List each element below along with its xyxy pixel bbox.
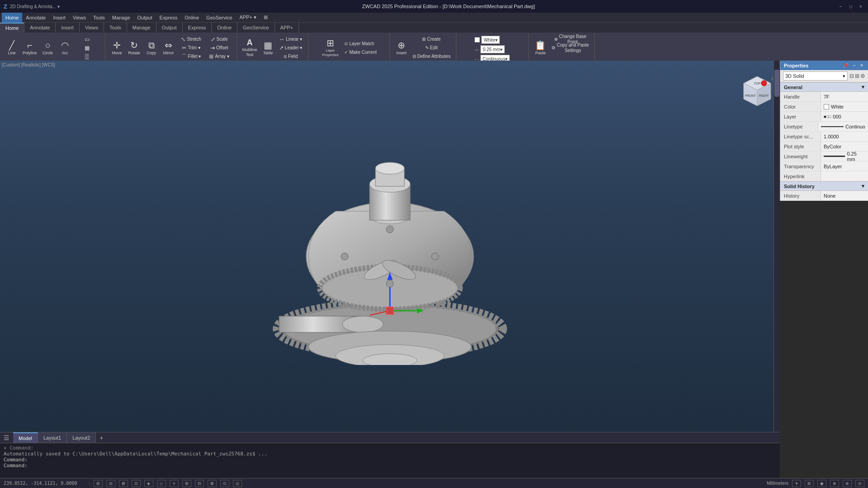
multiline-text-button[interactable]: A MultilineText [241, 35, 259, 61]
lineweight-dropdown[interactable]: 0.25 mm ▾ [480, 45, 505, 53]
paste-button[interactable]: 📋 Paste [532, 35, 549, 61]
tab-output[interactable]: Output [157, 23, 183, 33]
general-section-header[interactable]: General ▾ [780, 82, 868, 92]
properties-close-button[interactable]: × [859, 62, 864, 68]
layer-properties-button[interactable]: ⊞ LayerProperties [319, 35, 342, 61]
create-block-button[interactable]: ⊞ Create [411, 35, 452, 43]
status-button-5[interactable]: ⊗ [843, 480, 852, 487]
close-button[interactable]: × [857, 3, 864, 10]
gradient-button[interactable]: ▒ [74, 52, 101, 61]
trim-button[interactable]: ✂ Trim ▾ [178, 44, 205, 52]
viewport-tab-menu[interactable]: ☰ [0, 434, 13, 441]
table-button[interactable]: ▦ Table [260, 35, 276, 61]
fillet-button[interactable]: ⌒ Fillet ▾ [178, 52, 205, 61]
handle-label: Handle [780, 92, 821, 101]
linear-button[interactable]: ↔ Linear ▾ [277, 35, 304, 43]
tab-express[interactable]: Express [183, 23, 212, 33]
status-button-4[interactable]: ⊕ [830, 480, 839, 487]
viewport-scrollbar-v[interactable] [773, 61, 780, 443]
props-action-3[interactable]: ⚙ [860, 73, 865, 79]
copy-paste-settings-button[interactable]: ⚙ Copy and PasteSettings [550, 44, 591, 52]
move-button[interactable]: ✛ Move [109, 35, 125, 61]
menu-home[interactable]: Home [2, 13, 22, 23]
circle-button[interactable]: ○ Circle [40, 35, 56, 61]
am-button[interactable]: ⊡ [220, 480, 229, 487]
menu-app[interactable]: APP+ ▾ [236, 13, 261, 23]
define-attributes-button[interactable]: ⊟ Define Attributes [411, 52, 452, 61]
scale-button[interactable]: ⤢ Scale [206, 35, 233, 43]
menu-output[interactable]: Output [134, 13, 156, 23]
tab-online[interactable]: Online [212, 23, 237, 33]
object-type-dropdown[interactable]: 3D Solid ▾ [783, 71, 848, 81]
lweight-button[interactable]: ≡ [170, 480, 179, 487]
layer-icons-row1: ⊙ Layer Match [342, 40, 379, 48]
menu-geoservice[interactable]: GeoService [203, 13, 236, 23]
scrollbar-thumb-v[interactable] [774, 70, 779, 97]
leader-button[interactable]: ↗ Leader ▾ [277, 44, 304, 52]
tmode-button[interactable]: ⊞ [182, 480, 191, 487]
define-attributes-icon: ⊟ [413, 54, 416, 59]
line-button[interactable]: ╱ Line [4, 35, 20, 61]
sel-button[interactable]: ◎ [233, 480, 242, 487]
maximize-button[interactable]: □ [847, 3, 854, 10]
menu-online[interactable]: Online [181, 13, 203, 23]
copy-button[interactable]: ⧉ Copy [143, 35, 160, 61]
menu-manage[interactable]: Manage [109, 13, 134, 23]
qp-button[interactable]: ⊟ [195, 480, 204, 487]
props-action-2[interactable]: ⊞ [855, 73, 859, 79]
edit-block-button[interactable]: ✎ Edit [411, 44, 452, 52]
properties-pin-button[interactable]: 📌 [842, 62, 850, 68]
menu-annotate[interactable]: Annotate [22, 13, 49, 23]
tab-layout1[interactable]: Layout1 [38, 432, 67, 443]
tab-model[interactable]: Model [13, 432, 38, 443]
insert-label: Insert [396, 51, 407, 56]
solid-history-section-header[interactable]: Solid History ▾ [780, 181, 868, 191]
tab-tools[interactable]: Tools [104, 23, 127, 33]
sc-button[interactable]: ⊠ [208, 480, 217, 487]
minimize-button[interactable]: − [837, 3, 844, 10]
tab-app[interactable]: APP+ [275, 23, 299, 33]
otrack-button[interactable]: ◈ [144, 480, 153, 487]
snap-grid-button[interactable]: ⊞ [94, 480, 103, 487]
arc-button[interactable]: ◠ Arc [57, 35, 73, 61]
properties-minimize-button[interactable]: − [852, 62, 857, 68]
tab-geoservice[interactable]: GeoService [237, 23, 275, 33]
snap-button[interactable]: ⊟ [106, 480, 115, 487]
offset-button[interactable]: ⇥ Offset [206, 44, 233, 52]
ortho-button[interactable]: ⊠ [119, 480, 128, 487]
color-dropdown[interactable]: White ▾ [481, 36, 500, 44]
polyline-button[interactable]: ⌐ Polyline [21, 35, 39, 61]
tab-insert[interactable]: Insert [56, 23, 80, 33]
array-button[interactable]: ⊞ Array ▾ [206, 52, 233, 61]
tab-manage[interactable]: Manage [127, 23, 157, 33]
menu-views[interactable]: Views [69, 13, 90, 23]
status-button-3[interactable]: ◉ [817, 480, 826, 487]
polar-button[interactable]: ⊡ [132, 480, 141, 487]
props-action-1[interactable]: ⊟ [849, 73, 854, 79]
tab-annotate[interactable]: Annotate [24, 23, 56, 33]
field-button[interactable]: ≡ Field [277, 52, 304, 61]
hatch-button[interactable]: ▦ [74, 44, 101, 52]
menu-grid[interactable]: ⊞ [260, 13, 271, 23]
add-layout-button[interactable]: + [96, 433, 107, 443]
tab-home[interactable]: Home [0, 23, 24, 33]
status-button-1[interactable]: ▾ [792, 480, 801, 487]
tab-views[interactable]: Views [80, 23, 104, 33]
make-current-button[interactable]: ✓ Make Current [342, 48, 379, 57]
rectangle-button[interactable]: ▭ [74, 35, 101, 43]
menu-insert[interactable]: Insert [49, 13, 69, 23]
status-button-2[interactable]: ⊞ [805, 480, 814, 487]
ribbon-properties-items: White ▾ — 0.25 mm ▾ - - Continuous ▾ [472, 34, 512, 64]
stretch-button[interactable]: ⤡ Stretch [178, 35, 205, 43]
menu-express[interactable]: Express [156, 13, 181, 23]
mirror-button[interactable]: ⇔ Mirror [161, 35, 177, 61]
menu-tools[interactable]: Tools [90, 13, 109, 23]
tab-layout2[interactable]: Layout2 [67, 432, 96, 443]
status-button-6[interactable]: ⊘ [855, 480, 864, 487]
tab-model-label: Model [19, 436, 32, 441]
rotate-button[interactable]: ↻ Rotate [126, 35, 142, 61]
insert-button[interactable]: ⊕ Insert [394, 35, 410, 61]
ducs-button[interactable]: ◇ [157, 480, 166, 487]
layer-match-button[interactable]: ⊙ Layer Match [342, 40, 376, 48]
units-display: Millimeters [767, 481, 788, 486]
